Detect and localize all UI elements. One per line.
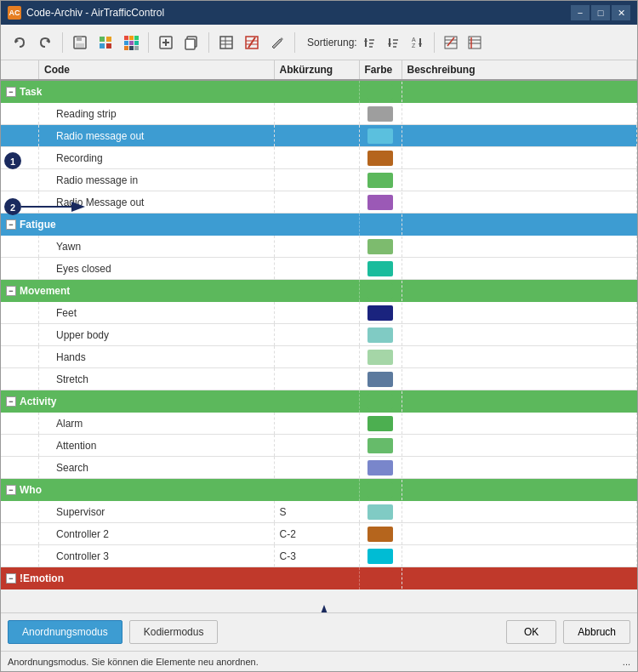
supervisor-abbr: S <box>275 501 360 522</box>
row-radio-message-out[interactable]: Radio message out <box>1 125 637 147</box>
svg-rect-6 <box>106 37 111 42</box>
category-fatigue[interactable]: − Fatigue <box>1 214 637 236</box>
status-dots: ... <box>623 657 630 667</box>
activity-color-cell <box>360 391 402 412</box>
ok-button[interactable]: OK <box>506 620 556 644</box>
emotion-label: − !Emotion <box>1 572 275 584</box>
sort-za-button[interactable]: AZ <box>407 31 429 54</box>
status-bar: Anordnungsmodus. Sie können die Elemente… <box>1 651 637 671</box>
radio-message-in-code: Radio message in <box>39 169 275 191</box>
row-radio-message-out2[interactable]: Radio Message out <box>1 191 637 214</box>
undo-button[interactable] <box>8 31 31 54</box>
category-activity[interactable]: − Activity <box>1 390 637 413</box>
maximize-button[interactable]: □ <box>591 5 610 20</box>
save-button[interactable] <box>68 31 92 54</box>
sep5 <box>434 32 435 53</box>
row-search[interactable]: Search <box>1 457 637 479</box>
fatigue-collapse[interactable]: − <box>6 219 16 230</box>
radio-message-out-color <box>360 126 402 146</box>
controller3-code: Controller 3 <box>39 545 275 567</box>
controller2-code: Controller 2 <box>39 523 275 544</box>
row-eyes-closed[interactable]: Eyes closed <box>1 258 637 280</box>
content-area: Code Abkürzung Farbe Beschreibung − Task <box>1 60 637 612</box>
row-reading-strip[interactable]: Reading strip <box>1 103 637 125</box>
row-feet[interactable]: Feet <box>1 302 637 324</box>
svg-rect-23 <box>220 37 232 48</box>
row-radio-message-in[interactable]: Radio message in <box>1 169 637 191</box>
sep1 <box>62 32 63 53</box>
row-supervisor[interactable]: Supervisor S <box>1 501 637 523</box>
feet-color <box>360 303 402 323</box>
svg-rect-16 <box>129 46 134 50</box>
who-collapse[interactable]: − <box>6 485 16 495</box>
fatigue-color-cell <box>360 214 402 235</box>
kodiermodus-button[interactable]: Kodiermodus <box>129 620 219 644</box>
movement-collapse[interactable]: − <box>6 286 16 296</box>
svg-line-30 <box>248 37 255 48</box>
task-collapse[interactable]: − <box>6 87 16 97</box>
category-emotion[interactable]: − !Emotion <box>1 567 637 589</box>
svg-marker-44 <box>419 43 422 47</box>
title-bar-controls: − □ ✕ <box>571 5 630 20</box>
hands-color <box>360 347 402 367</box>
header-description: Beschreibung <box>402 60 638 79</box>
emotion-color-cell <box>360 568 402 589</box>
minimize-button[interactable]: − <box>571 5 590 20</box>
yawn-code: Yawn <box>39 236 275 257</box>
controller3-color <box>360 546 402 567</box>
reading-strip-abbr <box>275 103 360 124</box>
filter-button[interactable] <box>440 31 462 54</box>
svg-text:Z: Z <box>412 43 416 48</box>
table-button[interactable] <box>214 31 238 54</box>
color-grid-button[interactable] <box>119 31 143 54</box>
header-number <box>1 60 39 79</box>
stretch-code: Stretch <box>39 368 275 390</box>
svg-rect-10 <box>129 36 134 40</box>
row-hands[interactable]: Hands <box>1 346 637 368</box>
svg-rect-8 <box>106 43 111 48</box>
controller2-color <box>360 524 402 544</box>
main-window: AC Code-Archiv - AirTrafficControl − □ ✕ <box>0 0 638 672</box>
copy-button[interactable] <box>179 31 203 54</box>
category-movement[interactable]: − Movement <box>1 280 637 302</box>
svg-rect-12 <box>124 41 128 45</box>
row-stretch[interactable]: Stretch <box>1 368 637 390</box>
svg-marker-37 <box>388 43 391 47</box>
abbruch-button[interactable]: Abbruch <box>563 620 630 644</box>
row-controller3[interactable]: Controller 3 C-3 <box>1 545 637 567</box>
filter2-button[interactable] <box>464 31 486 54</box>
grid-button[interactable] <box>94 31 117 54</box>
svg-rect-14 <box>134 41 139 45</box>
svg-rect-15 <box>124 46 128 50</box>
attention-code: Attention <box>39 435 275 456</box>
emotion-collapse[interactable]: − <box>6 573 16 584</box>
who-label: − Who <box>1 484 275 496</box>
activity-collapse[interactable]: − <box>6 396 16 407</box>
delete-rows-button[interactable] <box>240 31 264 54</box>
redo-button[interactable] <box>33 31 57 54</box>
add-button[interactable] <box>154 31 178 54</box>
close-button[interactable]: ✕ <box>612 5 630 20</box>
row-alarm[interactable]: Alarm <box>1 413 637 435</box>
row-yawn[interactable]: Yawn <box>1 236 637 258</box>
row-attention[interactable]: Attention <box>1 435 637 457</box>
row-controller2[interactable]: Controller 2 C-2 <box>1 523 637 545</box>
sort-desc-button[interactable] <box>383 31 405 54</box>
row-upper-body[interactable]: Upper body <box>1 324 637 346</box>
feet-code: Feet <box>39 302 275 323</box>
radio-message-in-color <box>360 170 402 191</box>
yawn-color <box>360 236 402 257</box>
category-task[interactable]: − Task <box>1 81 637 103</box>
sep2 <box>148 32 149 53</box>
row-recording[interactable]: Recording <box>1 147 637 169</box>
table-body: − Task Reading strip <box>1 81 637 612</box>
svg-rect-49 <box>469 37 481 48</box>
anordnungsmodus-button[interactable]: Anordnungsmodus <box>8 620 122 644</box>
category-who[interactable]: − Who <box>1 479 637 501</box>
edit-button[interactable] <box>265 31 289 54</box>
search-code: Search <box>39 457 275 478</box>
reading-strip-color <box>360 104 402 124</box>
sort-asc-button[interactable] <box>359 31 381 54</box>
svg-marker-32 <box>364 38 367 42</box>
svg-rect-3 <box>77 37 82 41</box>
